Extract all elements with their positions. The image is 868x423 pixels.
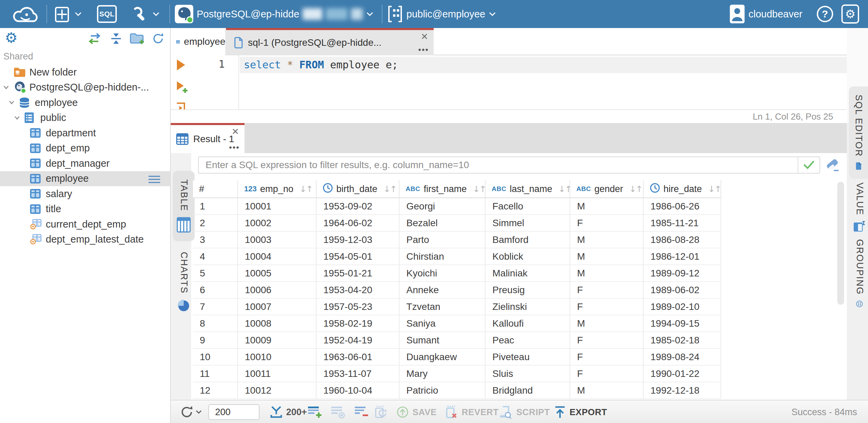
sort-arrows-icon[interactable]: ↓↑	[473, 184, 486, 194]
tree-item-department[interactable]: department	[0, 125, 170, 141]
save-button[interactable]: SAVE	[396, 400, 437, 423]
settings-button[interactable]: ⚙	[841, 4, 859, 24]
tree-item-dept-emp-latest-date[interactable]: dept_emp_latest_date	[0, 232, 170, 247]
data-cell[interactable]: Parto	[400, 232, 486, 248]
data-cell[interactable]: Georgi	[400, 198, 486, 215]
tab-result-1[interactable]: Result - 1 ✕ •••	[171, 123, 244, 153]
add-row-button[interactable]	[307, 400, 322, 423]
data-cell[interactable]: F	[570, 332, 644, 349]
tab-value-panel[interactable]: VALUE	[851, 180, 868, 235]
apply-filter-button[interactable]	[798, 157, 820, 173]
sort-arrows-icon[interactable]: ↓↑	[383, 184, 396, 194]
tree-item-current-dept-emp[interactable]: current_dept_emp	[0, 217, 170, 232]
data-cell[interactable]: M	[570, 248, 644, 265]
tree-item-title[interactable]: title	[0, 202, 170, 217]
data-cell[interactable]: Saniya	[400, 315, 486, 332]
column-header-rownum[interactable]: #	[193, 180, 238, 197]
data-cell[interactable]: M	[570, 265, 644, 282]
filter-input[interactable]	[199, 157, 797, 173]
tab-employee[interactable]: employee	[171, 28, 226, 55]
refresh-document-button[interactable]	[374, 400, 388, 423]
sort-arrows-icon[interactable]: ↓↑	[629, 184, 642, 194]
export-button[interactable]: EXPORT	[554, 400, 607, 423]
data-cell[interactable]: Patricio	[400, 382, 486, 399]
tree-item-employee[interactable]: employee	[0, 171, 170, 187]
fetch-more-button[interactable]: 200+	[269, 400, 307, 423]
sort-arrows-icon[interactable]: ↓↑	[558, 184, 571, 194]
data-cell[interactable]: 10003	[238, 232, 317, 248]
execute-in-new-tab-button[interactable]	[176, 81, 189, 96]
data-cell[interactable]: Maliniak	[486, 265, 570, 282]
data-cell[interactable]: Bezalel	[400, 215, 486, 232]
chevron-down-icon[interactable]	[13, 114, 25, 122]
data-cell[interactable]: F	[570, 299, 644, 315]
data-cell[interactable]: 10012	[238, 382, 317, 399]
data-cell[interactable]: Bamford	[486, 232, 570, 248]
revert-button[interactable]: REVERT	[445, 400, 499, 423]
data-cell[interactable]: Kyoichi	[400, 265, 486, 282]
column-header-first_name[interactable]: ABCfirst_name↓↑	[400, 180, 486, 197]
vertical-scrollbar[interactable]	[837, 182, 844, 305]
data-cell[interactable]: Koblick	[486, 248, 570, 265]
data-cell[interactable]: 1994-09-15	[644, 315, 721, 332]
tab-sql-editor[interactable]: sql-1 (PostgreSQL@ep-hidde... ✕ •••	[226, 28, 434, 55]
sort-arrows-icon[interactable]: ↓↑	[708, 184, 721, 194]
data-cell[interactable]: Peac	[486, 332, 570, 349]
tree-item-dept-emp[interactable]: dept_emp	[0, 141, 170, 156]
row-limit-input[interactable]	[208, 404, 260, 420]
tab-grouping-panel[interactable]: GROUPING	[851, 239, 868, 308]
data-cell[interactable]: Mary	[400, 366, 486, 382]
link-with-editor-icon[interactable]	[87, 32, 102, 46]
data-cell[interactable]: 1963-06-01	[317, 349, 400, 366]
data-cell[interactable]: 1960-10-04	[317, 382, 400, 399]
data-cell[interactable]: 1955-01-21	[317, 265, 400, 282]
tree-item-public[interactable]: public	[0, 110, 170, 126]
sql-code-line[interactable]: select * FROM employee e;	[244, 59, 398, 71]
data-cell[interactable]: M	[570, 382, 644, 399]
data-cell[interactable]: F	[570, 366, 644, 382]
data-cell[interactable]: 1964-06-02	[317, 215, 400, 232]
data-cell[interactable]: 1959-12-03	[317, 232, 400, 248]
chevron-down-icon[interactable]	[2, 84, 14, 91]
data-cell[interactable]: 1989-02-10	[644, 299, 721, 315]
data-cell[interactable]: 1986-08-28	[644, 232, 721, 248]
data-cell[interactable]: 1958-02-19	[317, 315, 400, 332]
column-header-gender[interactable]: ABCgender↓↑	[570, 180, 644, 197]
data-cell[interactable]: Zielinski	[486, 299, 570, 315]
data-cell[interactable]: 1954-05-01	[317, 248, 400, 265]
data-cell[interactable]: 1957-05-23	[317, 299, 400, 315]
data-cell[interactable]: 10002	[238, 215, 317, 232]
data-cell[interactable]: 10005	[238, 265, 317, 282]
data-cell[interactable]: M	[570, 198, 644, 215]
data-cell[interactable]: 10009	[238, 332, 317, 349]
tree-item-salary[interactable]: salary	[0, 186, 170, 202]
data-cell[interactable]: M	[570, 315, 644, 332]
data-cell[interactable]: 10008	[238, 315, 317, 332]
data-cell[interactable]: M	[570, 232, 644, 248]
data-cell[interactable]: 1990-01-22	[644, 366, 721, 382]
execute-query-button[interactable]	[176, 59, 186, 72]
close-icon[interactable]: ✕	[232, 126, 239, 137]
data-cell[interactable]: Sumant	[400, 332, 486, 349]
data-cell[interactable]: Preusig	[486, 282, 570, 299]
new-object-button[interactable]	[54, 4, 82, 24]
data-cell[interactable]: Duangkaew	[400, 349, 486, 366]
column-header-emp_no[interactable]: 123emp_no↓↑	[238, 180, 317, 197]
tree-item-new-folder[interactable]: New folder	[0, 65, 170, 80]
chevron-down-icon[interactable]	[8, 99, 19, 106]
tab-menu-icon[interactable]: •••	[418, 45, 429, 55]
refresh-icon[interactable]	[152, 32, 165, 46]
close-icon[interactable]: ✕	[421, 31, 428, 42]
data-cell[interactable]: 1989-09-12	[644, 265, 721, 282]
data-cell[interactable]: 1953-04-20	[317, 282, 400, 299]
tree-item-employee[interactable]: employee	[0, 95, 170, 110]
tools-button[interactable]	[130, 5, 160, 23]
data-cell[interactable]: Anneke	[400, 282, 486, 299]
data-cell[interactable]: F	[570, 215, 644, 232]
data-cell[interactable]: F	[570, 349, 644, 366]
data-cell[interactable]: 1986-12-01	[644, 248, 721, 265]
data-cell[interactable]: Piveteau	[486, 349, 570, 366]
data-cell[interactable]: 10011	[238, 366, 317, 382]
sort-arrows-icon[interactable]: ↓↑	[299, 184, 312, 194]
connection-selector[interactable]: PostgreSQL@ep-hidde	[175, 5, 374, 23]
